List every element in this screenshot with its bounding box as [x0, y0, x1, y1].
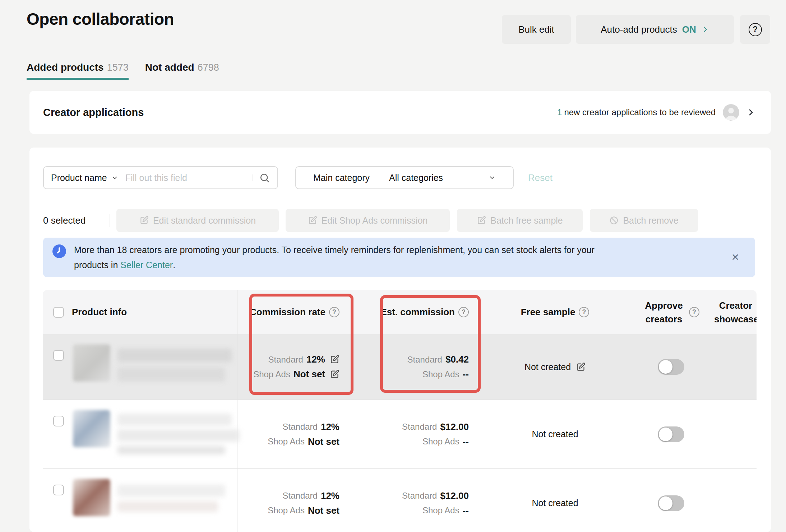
blurred-product-name [117, 501, 218, 512]
search-input[interactable] [125, 173, 250, 183]
tab-count: 1573 [107, 62, 129, 73]
commission-rate-cell: Standard 12% Shop Ads Not set [237, 400, 354, 468]
column-header-commission-rate: Commission rate [250, 307, 325, 318]
main-category-filter[interactable]: Main category All categories [295, 166, 514, 189]
question-icon[interactable]: ? [329, 307, 339, 317]
search-icon[interactable] [259, 172, 270, 183]
close-banner-icon[interactable]: ✕ [731, 238, 739, 277]
est-commission-cell: Standard $0.42 Shop Ads -- [354, 334, 483, 400]
batch-free-sample-button[interactable]: Batch free sample [457, 209, 583, 232]
bulk-actions-bar: 0 selected Edit standard commission Edit… [29, 209, 771, 232]
est-commission-cell: Standard $12.00 Shop Ads -- [354, 400, 483, 468]
ban-icon [609, 216, 619, 225]
product-search-filter: Product name [43, 166, 278, 189]
toggle-knob [659, 428, 672, 441]
batch-remove-button[interactable]: Batch remove [590, 209, 698, 232]
shop-ads-commission-value: Not set [293, 369, 325, 380]
edit-icon [139, 216, 149, 225]
commission-rate-cell: Standard 12% Shop Ads Not set [237, 469, 354, 532]
help-button[interactable]: ? [740, 15, 770, 44]
column-header-creator-showcase: Creator showcase [714, 299, 757, 326]
question-icon[interactable]: ? [689, 307, 699, 317]
button-label: Edit Shop Ads commission [322, 215, 428, 226]
auto-add-products-button[interactable]: Auto-add products ON [576, 15, 734, 44]
blurred-product-name [117, 485, 225, 497]
open-collaboration-page: Open collaboration Bulk edit Auto-add pr… [0, 0, 786, 532]
banner-line2-after: . [173, 260, 175, 270]
row-checkbox[interactable] [53, 350, 64, 361]
creator-showcase-cell [715, 469, 757, 532]
edit-shop-ads-commission-button[interactable]: Edit Shop Ads commission [286, 209, 450, 232]
new-applications-count: 1 [557, 107, 562, 117]
product-thumbnail [73, 479, 110, 516]
select-all-checkbox[interactable] [53, 307, 64, 318]
toggle-knob [659, 496, 672, 510]
creator-avatar [723, 104, 739, 121]
est-standard-value: $0.42 [445, 354, 469, 365]
product-thumbnail [73, 344, 110, 382]
edit-icon[interactable] [330, 369, 339, 379]
chevron-down-icon[interactable] [111, 174, 118, 181]
shop-ads-commission-value: Not set [308, 436, 339, 447]
products-panel: Product name Main category All categorie… [29, 148, 771, 532]
chevron-down-icon [489, 174, 496, 181]
edit-icon[interactable] [576, 362, 586, 372]
seller-center-link[interactable]: Seller Center [120, 260, 173, 270]
approve-creators-cell [627, 334, 715, 400]
product-info-cell [43, 469, 237, 532]
creator-applications-title: Creator applications [43, 91, 144, 134]
category-filter-label: Main category [313, 173, 370, 183]
standard-label: Standard [268, 355, 303, 365]
input-divider [253, 174, 253, 181]
page-title: Open collaboration [27, 9, 174, 29]
approve-creators-toggle[interactable] [658, 359, 684, 375]
question-icon[interactable]: ? [579, 307, 589, 317]
search-field-selector[interactable]: Product name [51, 173, 107, 183]
reset-filters-button[interactable]: Reset [528, 166, 552, 189]
banner-message: More than 18 creators are promoting your… [74, 242, 721, 272]
column-header-approve-creators: Approve creators [642, 299, 685, 326]
free-sample-status: Not created [532, 429, 578, 439]
tab-label: Added products [27, 62, 104, 73]
shop-ads-label: Shop Ads [422, 369, 459, 379]
est-standard-value: $12.00 [440, 490, 469, 501]
est-commission-cell: Standard $12.00 Shop Ads -- [354, 469, 483, 532]
standard-commission-value: 12% [306, 354, 325, 365]
blurred-product-name [117, 367, 225, 382]
standard-label: Standard [283, 422, 318, 432]
free-sample-cell: Not created [483, 469, 627, 532]
shop-ads-label: Shop Ads [268, 437, 305, 447]
column-header-product-info: Product info [72, 307, 127, 318]
tab-not-added[interactable]: Not added 6798 [145, 62, 219, 80]
row-checkbox[interactable] [53, 485, 64, 495]
stock-alert-banner: More than 18 creators are promoting your… [43, 238, 755, 277]
creator-applications-card[interactable]: Creator applications 1new creator applic… [29, 91, 771, 134]
free-sample-status: Not created [524, 362, 571, 372]
creator-applications-summary: 1new creator applications to be reviewed [557, 91, 755, 134]
auto-add-state: ON [682, 24, 696, 35]
blurred-product-name [117, 414, 232, 426]
bulk-edit-label: Bulk edit [518, 24, 554, 35]
blurred-product-name [117, 429, 240, 442]
table-row: Standard 12% Shop Ads Not set [43, 334, 757, 400]
tab-label: Not added [145, 62, 194, 73]
approve-creators-toggle[interactable] [658, 426, 684, 442]
bulk-edit-button[interactable]: Bulk edit [502, 15, 571, 44]
column-header-est-commission: Est. commission [380, 307, 455, 318]
shop-ads-label: Shop Ads [422, 437, 459, 447]
chevron-right-icon[interactable] [746, 108, 755, 117]
approve-creators-toggle[interactable] [658, 495, 684, 511]
edit-icon[interactable] [330, 355, 339, 364]
blurred-product-name [117, 349, 232, 362]
standard-commission-value: 12% [321, 421, 339, 433]
banner-line2-before: products in [74, 260, 120, 270]
selected-count-label: 0 selected [43, 209, 86, 232]
question-icon[interactable]: ? [458, 307, 469, 317]
edit-standard-commission-button[interactable]: Edit standard commission [116, 209, 279, 232]
standard-commission-value: 12% [321, 490, 339, 501]
table-header-row: Product info Commission rate ? Est. comm… [43, 290, 757, 334]
button-label: Edit standard commission [153, 215, 256, 226]
tab-added-products[interactable]: Added products 1573 [27, 62, 129, 80]
product-thumbnail [73, 410, 110, 447]
row-checkbox[interactable] [53, 416, 64, 426]
